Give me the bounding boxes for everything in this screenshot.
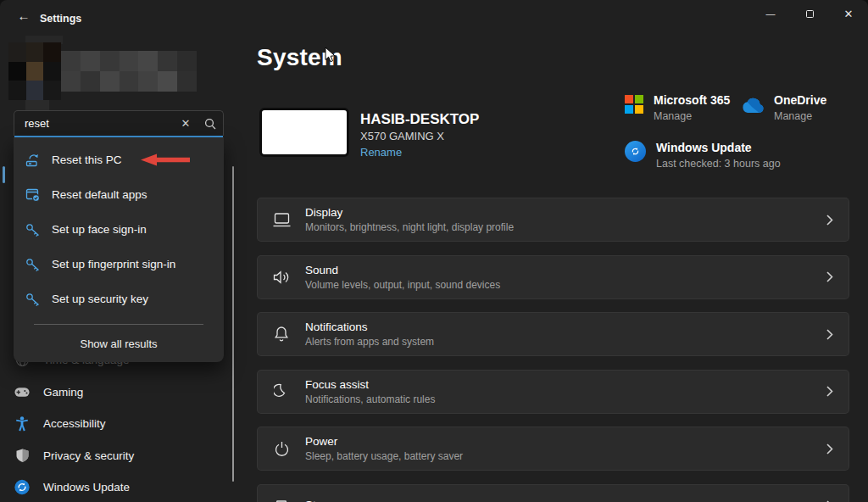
minimize-button[interactable]: — xyxy=(751,0,790,27)
key-icon xyxy=(25,292,41,307)
onedrive-card[interactable]: OneDrive Manage xyxy=(737,93,826,122)
show-all-results-button[interactable]: Show all results xyxy=(14,332,224,355)
row-storage[interactable]: Storage xyxy=(257,484,849,502)
sidebar-nav: Time & language Gaming Accessibility Pri… xyxy=(5,344,224,502)
search-icon[interactable] xyxy=(198,118,223,130)
key-icon xyxy=(25,257,41,272)
row-title: Power xyxy=(305,435,816,449)
settings-window: ← Settings — ✕ Time & language xyxy=(0,0,868,502)
reset-apps-icon xyxy=(25,187,41,203)
sidebar-item-label: Gaming xyxy=(43,386,83,399)
chevron-right-icon xyxy=(826,386,833,397)
row-title: Display xyxy=(305,206,816,220)
result-label: Reset this PC xyxy=(52,153,122,166)
accessibility-icon xyxy=(14,416,30,432)
row-title: Storage xyxy=(305,499,816,502)
quick-card-subtitle: Manage xyxy=(654,110,730,122)
microsoft-365-card[interactable]: Microsoft 365 Manage xyxy=(625,93,730,122)
sidebar-item-label: Windows Update xyxy=(43,481,130,494)
row-subtitle: Monitors, brightness, night light, displ… xyxy=(305,221,816,233)
display-icon xyxy=(271,209,292,230)
user-profile-redacted[interactable] xyxy=(8,42,197,100)
search-input-value: reset xyxy=(25,117,174,130)
sidebar-item-privacy-security[interactable]: Privacy & security xyxy=(5,440,224,472)
result-label: Set up security key xyxy=(52,293,148,305)
close-button[interactable]: ✕ xyxy=(829,0,868,27)
titlebar: ← Settings — ✕ xyxy=(0,0,868,34)
settings-rows: Display Monitors, brightness, night ligh… xyxy=(257,198,849,502)
maximize-icon xyxy=(806,10,814,18)
power-icon xyxy=(271,438,292,459)
shield-icon xyxy=(14,448,30,463)
sidebar-item-label: Privacy & security xyxy=(43,449,134,462)
result-reset-this-pc[interactable]: Reset this PC xyxy=(14,142,224,177)
row-notifications[interactable]: Notifications Alerts from apps and syste… xyxy=(257,312,849,356)
search-area: reset ✕ Reset this PC Reset default xyxy=(14,110,224,362)
quick-card-title: Microsoft 365 xyxy=(654,93,730,108)
row-title: Sound xyxy=(305,264,816,277)
reset-pc-icon xyxy=(25,153,41,168)
back-arrow-icon: ← xyxy=(18,8,31,23)
quick-card-title: Windows Update xyxy=(656,141,781,155)
row-title: Focus assist xyxy=(305,378,816,392)
clear-search-icon[interactable]: ✕ xyxy=(174,117,198,130)
row-sound[interactable]: Sound Volume levels, output, input, soun… xyxy=(257,255,849,299)
sidebar-item-label: Accessibility xyxy=(43,417,106,430)
chevron-right-icon xyxy=(826,215,833,226)
rename-link[interactable]: Rename xyxy=(360,146,402,159)
sidebar-item-windows-update[interactable]: Windows Update xyxy=(5,471,224,502)
avatar xyxy=(8,42,61,100)
close-icon: ✕ xyxy=(844,8,854,20)
windows-update-icon xyxy=(14,480,30,495)
sidebar-item-gaming[interactable]: Gaming xyxy=(5,376,224,409)
microsoft-365-logo xyxy=(625,95,643,114)
sidebar-scrollbar[interactable] xyxy=(232,166,234,482)
chevron-right-icon xyxy=(826,443,833,455)
result-label: Set up fingerprint sign-in xyxy=(52,258,175,271)
row-subtitle: Volume levels, output, input, sound devi… xyxy=(305,279,816,291)
mouse-cursor xyxy=(325,47,336,63)
result-face-signin[interactable]: Set up face sign-in xyxy=(14,212,224,247)
flyout-divider xyxy=(34,324,203,325)
window-controls: — ✕ xyxy=(751,0,868,27)
result-reset-default-apps[interactable]: Reset default apps xyxy=(14,177,224,212)
bell-icon xyxy=(271,324,292,344)
row-subtitle: Sleep, battery usage, battery saver xyxy=(305,450,816,462)
row-title: Notifications xyxy=(305,321,816,334)
app-title: Settings xyxy=(40,13,81,25)
maximize-button[interactable] xyxy=(790,0,829,27)
search-results-flyout: Reset this PC Reset default apps Set up … xyxy=(14,137,224,362)
selected-nav-accent-bar xyxy=(3,166,5,183)
onedrive-cloud-icon xyxy=(737,97,764,114)
search-input[interactable]: reset ✕ xyxy=(14,110,224,136)
sidebar-item-accessibility[interactable]: Accessibility xyxy=(5,408,224,440)
quick-card-subtitle: Last checked: 3 hours ago xyxy=(656,158,781,170)
quick-card-subtitle: Manage xyxy=(774,110,826,122)
sound-icon xyxy=(271,267,292,287)
redaction-block xyxy=(25,100,49,110)
chevron-right-icon xyxy=(826,329,833,340)
row-subtitle: Alerts from apps and system xyxy=(305,336,816,348)
windows-update-icon xyxy=(625,141,646,162)
key-icon xyxy=(25,222,41,237)
user-name-redacted xyxy=(61,51,197,92)
row-subtitle: Notifications, automatic rules xyxy=(305,393,816,405)
row-focus-assist[interactable]: Focus assist Notifications, automatic ru… xyxy=(257,370,849,414)
windows-update-card[interactable]: Windows Update Last checked: 3 hours ago xyxy=(625,141,781,170)
device-name: HASIB-DESKTOP xyxy=(360,111,479,128)
moon-icon xyxy=(271,382,292,402)
gamepad-icon xyxy=(14,384,30,399)
row-display[interactable]: Display Monitors, brightness, night ligh… xyxy=(257,198,849,242)
device-image xyxy=(259,108,349,157)
red-arrow-annotation xyxy=(141,153,190,166)
device-model: X570 GAMING X xyxy=(360,130,444,142)
result-security-key[interactable]: Set up security key xyxy=(14,282,224,316)
result-label: Set up face sign-in xyxy=(52,223,147,236)
back-button[interactable]: ← xyxy=(10,5,37,25)
quick-card-title: OneDrive xyxy=(774,93,826,108)
result-label: Reset default apps xyxy=(52,188,147,201)
minimize-icon: — xyxy=(766,8,776,19)
result-fingerprint-signin[interactable]: Set up fingerprint sign-in xyxy=(14,247,224,282)
storage-icon xyxy=(271,496,292,502)
row-power[interactable]: Power Sleep, battery usage, battery save… xyxy=(257,427,849,471)
